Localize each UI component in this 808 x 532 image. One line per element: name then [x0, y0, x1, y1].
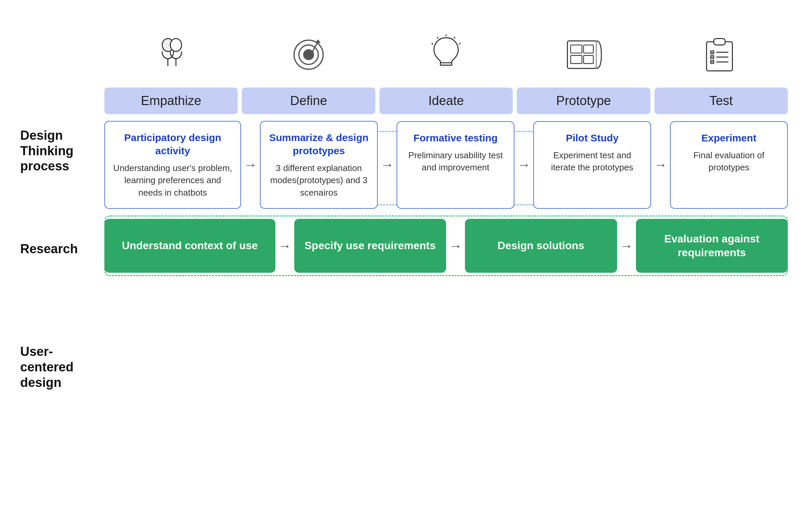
research-card-body-2: Preliminary usability test and improveme…: [405, 149, 506, 174]
research-label: Research: [20, 241, 101, 257]
ucd-card-3: Evaluation against requirements: [636, 219, 788, 273]
define-icon-cell: [241, 23, 378, 84]
ucd-card-0: Understand context of use: [104, 219, 275, 273]
svg-point-7: [304, 50, 313, 60]
research-arrow-4: →: [654, 157, 667, 172]
dt-step-test: Test: [655, 88, 788, 114]
research-card-body-1: 3 different explanation modes(prototypes…: [268, 162, 370, 199]
dt-label: Design Thinkingprocess: [20, 128, 101, 174]
dt-step-ideate: Ideate: [380, 88, 513, 114]
research-arrow-2: →: [381, 157, 394, 172]
dt-step-prototype: Prototype: [517, 88, 650, 114]
ucd-card-1: Specify use requirements: [294, 219, 446, 273]
ucd-card-label-1: Specify use requirements: [305, 239, 436, 253]
icons-row: [101, 23, 788, 84]
research-card-wrap-2: →Formative testingPreliminary usability …: [378, 121, 514, 209]
ucd-card-2: Design solutions: [465, 219, 617, 273]
svg-line-16: [459, 43, 461, 44]
research-card-3: Pilot StudyExperiment test and iterate t…: [533, 121, 651, 209]
research-card-body-4: Final evaluation of prototypes: [678, 149, 780, 174]
test-icon-cell: [651, 23, 788, 84]
research-card-2: Formative testingPreliminary usability t…: [397, 121, 514, 209]
svg-line-14: [431, 43, 433, 44]
research-row: Participatory design activityUnderstandi…: [101, 121, 788, 209]
svg-line-15: [454, 37, 455, 39]
research-card-0: Participatory design activityUnderstandi…: [104, 121, 241, 209]
ucd-card-wrap-2: →Design solutions: [446, 219, 617, 273]
research-card-title-1: Summarize & design prototypes: [268, 131, 370, 157]
define-icon: [289, 34, 330, 74]
research-card-4: ExperimentFinal evaluation of prototypes: [670, 121, 788, 209]
ideate-icon-cell: [378, 23, 514, 84]
research-card-wrap-4: →ExperimentFinal evaluation of prototype…: [651, 121, 788, 209]
ucd-card-label-3: Evaluation against requirements: [643, 232, 781, 260]
research-card-title-4: Experiment: [701, 131, 756, 144]
left-labels: Design Thinkingprocess Research User-cen…: [20, 23, 101, 390]
prototype-icon-cell: [514, 23, 651, 84]
svg-line-13: [437, 37, 438, 39]
svg-rect-23: [714, 38, 725, 45]
research-card-1: Summarize & design prototypes3 different…: [260, 121, 378, 209]
dt-row: EmpathizeDefineIdeatePrototypeTest: [101, 88, 788, 114]
research-cards: Participatory design activityUnderstandi…: [104, 121, 788, 209]
dt-step-define: Define: [242, 88, 375, 114]
research-card-body-3: Experiment test and iterate the prototyp…: [541, 149, 643, 174]
content-area: EmpathizeDefineIdeatePrototypeTest Parti…: [101, 23, 788, 390]
ucd-section: Understand context of use→Specify use re…: [101, 219, 788, 273]
research-card-body-0: Understanding user's problem, learning p…: [112, 162, 233, 199]
research-card-title-0: Participatory design activity: [112, 131, 233, 157]
ucd-card-label-0: Understand context of use: [122, 239, 258, 253]
empathize-icon: [152, 34, 193, 74]
research-card-wrap-0: Participatory design activityUnderstandi…: [104, 121, 241, 209]
ucd-card-wrap-1: →Specify use requirements: [275, 219, 446, 273]
empathize-icon-cell: [104, 23, 241, 84]
ucd-card-wrap-0: Understand context of use: [104, 219, 275, 273]
research-arrow-1: →: [244, 157, 257, 172]
test-icon: [699, 34, 740, 74]
ideate-icon: [426, 34, 466, 74]
research-card-title-3: Pilot Study: [566, 131, 619, 144]
research-card-wrap-3: →Pilot StudyExperiment test and iterate …: [514, 121, 651, 209]
prototype-icon: [563, 34, 603, 74]
research-card-wrap-1: →Summarize & design prototypes3 differen…: [241, 121, 378, 209]
ucd-arrow-3: →: [620, 238, 633, 254]
research-card-title-2: Formative testing: [414, 131, 498, 144]
research-arrow-3: →: [517, 157, 531, 172]
ucd-card-wrap-3: →Evaluation against requirements: [617, 219, 788, 273]
svg-point-2: [170, 38, 182, 51]
dt-step-empathize: Empathize: [104, 88, 238, 114]
ucd-label: User-centereddesign: [20, 344, 101, 390]
ucd-row: Understand context of use→Specify use re…: [104, 219, 788, 273]
ucd-arrow-1: →: [278, 238, 292, 254]
ucd-card-label-2: Design solutions: [498, 239, 585, 253]
ucd-arrow-2: →: [449, 238, 462, 254]
main-layout: Design Thinkingprocess Research User-cen…: [20, 23, 788, 390]
